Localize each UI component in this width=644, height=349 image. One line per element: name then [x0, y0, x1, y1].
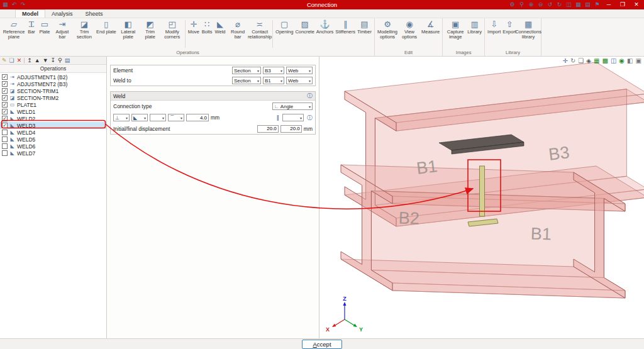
tab-sheets[interactable]: Sheets: [79, 10, 109, 18]
checkbox[interactable]: [2, 102, 8, 108]
ribbon-button-image-library[interactable]: ▥ Library: [467, 19, 482, 35]
checkbox[interactable]: [2, 130, 8, 135]
ribbon-button-lateral-plate[interactable]: ◧ Lateral plate: [118, 19, 139, 40]
checkbox[interactable]: [2, 123, 8, 128]
tree-item-section-trim1[interactable]: ◪ SECTION-TRIM1: [0, 87, 106, 94]
visibility-icon[interactable]: ◉: [619, 57, 625, 65]
move-top-icon[interactable]: ↥: [27, 57, 32, 65]
ribbon-button-timber[interactable]: ▤ Timber: [357, 19, 372, 35]
weld-thickness-input[interactable]: [186, 114, 209, 121]
ribbon-button-trim-plate[interactable]: ◩ Trim plate: [140, 19, 161, 40]
tree-item-weld7[interactable]: ◣ WELD7: [0, 150, 106, 157]
undo-icon[interactable]: ↶: [11, 0, 17, 9]
initial-displacement-input[interactable]: [257, 125, 279, 133]
previous-view-icon[interactable]: ↺: [547, 0, 553, 9]
grid-icon[interactable]: ▦: [575, 0, 581, 9]
reports-icon[interactable]: ▤: [585, 0, 591, 9]
move-up-icon[interactable]: ▲: [35, 57, 40, 65]
tree-item-adjustment1[interactable]: ⇥ ADJUSTMENT1 (B2): [0, 74, 106, 80]
shade-icon[interactable]: ◧: [627, 57, 633, 65]
settings-icon[interactable]: ⚙: [509, 0, 515, 9]
move-bottom-icon[interactable]: ↧: [51, 57, 56, 65]
tab-model[interactable]: Model: [15, 9, 45, 18]
checkbox[interactable]: [2, 150, 8, 156]
checkbox[interactable]: [2, 143, 8, 149]
tree-item-plate1[interactable]: ▭ PLATE1: [0, 101, 106, 108]
panels-icon[interactable]: ◫: [611, 57, 616, 65]
checkbox[interactable]: [2, 116, 8, 121]
ribbon-button-modify-corners[interactable]: ◰ Modify corners: [162, 19, 183, 40]
tree-item-section-trim2[interactable]: ◪ SECTION-TRIM2: [0, 94, 106, 101]
ribbon-button-end-plate[interactable]: ▯ End plate: [96, 19, 117, 35]
close-button[interactable]: ✕: [631, 0, 641, 9]
checkbox[interactable]: [2, 88, 8, 94]
edit-icon[interactable]: ✎: [2, 57, 7, 65]
redo-icon[interactable]: ↷: [20, 0, 26, 9]
ribbon-button-weld[interactable]: ◣ Weld: [214, 19, 226, 35]
orientation-icon[interactable]: ✛: [563, 57, 568, 65]
ribbon-button-trim-section[interactable]: ◪ Trim section: [74, 19, 95, 40]
weld-extra-select[interactable]: [282, 114, 304, 121]
weld-to-part-select[interactable]: Web: [286, 77, 313, 84]
info-icon[interactable]: ⓘ: [307, 93, 313, 99]
ribbon-button-opening[interactable]: ▢ Opening: [275, 19, 294, 35]
checkbox[interactable]: [2, 81, 8, 87]
tree-item-weld3[interactable]: ◣ WELD3: [0, 122, 106, 129]
layers-icon[interactable]: ▩: [602, 57, 608, 65]
final-displacement-input[interactable]: [280, 125, 302, 133]
zoom-out-icon[interactable]: ⊖: [538, 0, 543, 9]
element-part-select[interactable]: Web: [286, 67, 313, 74]
ribbon-button-bolts[interactable]: ∷ Bolts: [201, 19, 213, 35]
ribbon-button-capture-image[interactable]: ▣ Capture image: [445, 19, 466, 40]
ribbon-button-round-bar[interactable]: ⌀ Round bar: [227, 19, 248, 40]
tree-item-weld5[interactable]: ◣ WELD5: [0, 136, 106, 143]
viewport-3d[interactable]: ✛ ↻ ❏ ◈ ▦ ▩ ◫ ◉ ◧ ▣: [319, 57, 644, 338]
ribbon-button-import[interactable]: ⇩ Import: [487, 19, 501, 35]
ribbon-button-modelling-options[interactable]: ⚙ Modelling options: [377, 19, 398, 40]
weld-to-type-select[interactable]: Section: [232, 77, 261, 84]
weld-symbol-select[interactable]: ⊥: [113, 114, 130, 121]
ribbon-button-stiffeners[interactable]: ∥ Stiffeners: [335, 19, 356, 35]
weld-contour-select[interactable]: ⌒: [168, 114, 184, 121]
checkbox[interactable]: [2, 109, 8, 114]
ribbon-button-measure[interactable]: ∡ Measure: [421, 19, 440, 35]
camera-icon[interactable]: ▣: [636, 57, 641, 65]
search-icon[interactable]: ⚲: [58, 57, 62, 65]
ribbon-button-connections-library[interactable]: ▦ Connections library: [518, 19, 539, 40]
solid-view-icon[interactable]: ◈: [586, 57, 591, 65]
tree-item-weld6[interactable]: ◣ WELD6: [0, 143, 106, 150]
delete-icon[interactable]: ✕: [17, 57, 22, 65]
copy-icon[interactable]: ❏: [9, 57, 14, 65]
weld-shape-select[interactable]: ◣: [131, 114, 148, 121]
ribbon-button-bar[interactable]: Ɪ Bar: [25, 19, 38, 35]
ribbon-button-plate[interactable]: ▭ Plate: [38, 19, 51, 35]
windows-icon[interactable]: ◫: [566, 0, 572, 9]
rotate-view-icon[interactable]: ↻: [570, 57, 575, 65]
ribbon-button-anchors[interactable]: ⚓ Anchors: [316, 19, 335, 35]
accept-button[interactable]: Accept: [302, 340, 341, 349]
zoom-in-icon[interactable]: ⊕: [528, 0, 534, 9]
ribbon-button-move[interactable]: ✛ Move: [187, 19, 200, 35]
tree-item-weld4[interactable]: ◣ WELD4: [0, 129, 106, 136]
tree-item-weld1[interactable]: ◣ WELD1: [0, 108, 106, 115]
ribbon-button-concrete[interactable]: ▨ Concrete: [294, 19, 314, 35]
minimize-button[interactable]: ─: [604, 0, 614, 9]
move-down-icon[interactable]: ▼: [43, 57, 48, 65]
ribbon-button-contact-relationship[interactable]: ≍ Contact relationship: [249, 19, 270, 40]
element-name-select[interactable]: B3: [263, 67, 284, 74]
ribbon-button-adjust-bar[interactable]: ⇥ Adjust bar: [52, 19, 73, 40]
print-icon[interactable]: ❏: [578, 57, 584, 65]
ribbon-button-view-options[interactable]: ◉ View options: [399, 19, 420, 40]
checkbox[interactable]: [2, 136, 8, 142]
tab-analysis[interactable]: Analysis: [45, 10, 79, 18]
info-icon[interactable]: ⓘ: [307, 115, 313, 121]
checkbox[interactable]: [2, 95, 8, 101]
weld-to-name-select[interactable]: B1: [263, 77, 284, 84]
ribbon-button-reference-plane[interactable]: ▱ Reference plane: [3, 19, 25, 40]
connection-type-select[interactable]: ∟Angle: [272, 102, 313, 110]
app-icon[interactable]: ▦: [3, 0, 8, 9]
search-icon[interactable]: ⚲: [519, 0, 525, 9]
tree-item-weld2[interactable]: ◣ WELD2: [0, 115, 106, 122]
report-icon[interactable]: ▤: [65, 57, 70, 65]
maximize-button[interactable]: ❐: [618, 0, 628, 9]
